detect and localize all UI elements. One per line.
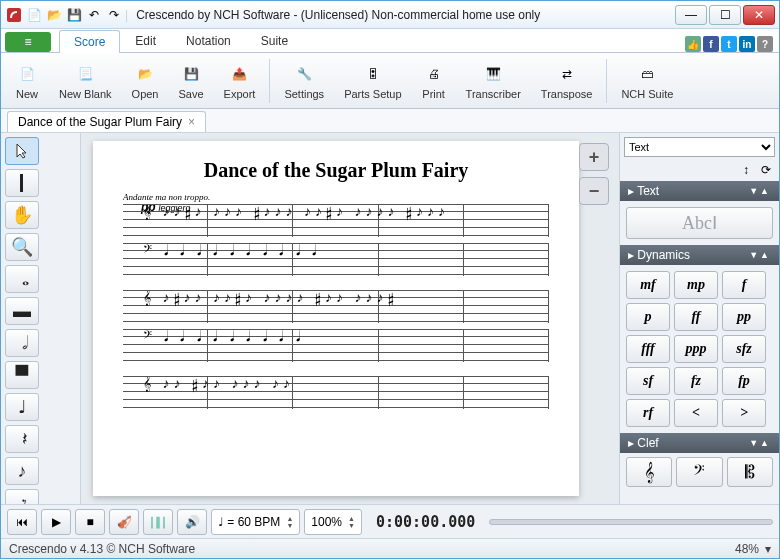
- text-tool-button[interactable]: AbcⅠ: [626, 207, 773, 239]
- dynamic-mp-button[interactable]: mp: [674, 271, 718, 299]
- canvas-zoom-controls: + −: [579, 143, 609, 205]
- dynamic-f-button[interactable]: f: [722, 271, 766, 299]
- half-rest-tool[interactable]: ▀: [5, 361, 39, 389]
- dynamic-decresc-button[interactable]: >: [722, 399, 766, 427]
- hand-tool[interactable]: ✋: [5, 201, 39, 229]
- tempo-field[interactable]: ♩ = 60 BPM ▲▼: [211, 509, 300, 535]
- print-button[interactable]: 🖨Print: [412, 56, 456, 106]
- qat-new-icon[interactable]: 📄: [25, 6, 43, 24]
- dynamic-mf-button[interactable]: mf: [626, 271, 670, 299]
- dynamic-p-button[interactable]: p: [626, 303, 670, 331]
- quarter-note-tool[interactable]: ♩: [5, 393, 39, 421]
- treble-clef-button[interactable]: 𝄞: [626, 457, 672, 487]
- system-1: pp leggiero 𝄞 ♪♪♯♪ ♪♪♪ ♯♪♪♪ ♪♪♯♪ ♪♪♪♪ ♯♪…: [123, 204, 549, 276]
- title-bar: 📄 📂 💾 ↶ ↷ | Crescendo by NCH Software - …: [1, 1, 779, 29]
- zoom-tool[interactable]: 🔍: [5, 233, 39, 261]
- document-tab[interactable]: Dance of the Sugar Plum Fairy ×: [7, 111, 206, 132]
- panel-pin-icon[interactable]: ↕: [737, 161, 755, 179]
- social-links: 👍 f t in ?: [685, 36, 779, 52]
- new-button[interactable]: 📄New: [5, 56, 49, 106]
- open-button[interactable]: 📂Open: [122, 56, 169, 106]
- barline-tool[interactable]: [5, 169, 39, 197]
- dynamic-sf-button[interactable]: sf: [626, 367, 670, 395]
- zoom-down-icon[interactable]: ▼: [348, 522, 355, 529]
- ribbon-toolbar: 📄New 📃New Blank 📂Open 💾Save 📤Export 🔧Set…: [1, 53, 779, 109]
- panel-refresh-icon[interactable]: ⟳: [757, 161, 775, 179]
- dynamic-ppp-button[interactable]: ppp: [674, 335, 718, 363]
- new-blank-button[interactable]: 📃New Blank: [49, 56, 122, 106]
- instruments-button[interactable]: 🎻: [109, 509, 139, 535]
- twitter-icon[interactable]: t: [721, 36, 737, 52]
- audio-button[interactable]: 🔊: [177, 509, 207, 535]
- eighth-note-tool[interactable]: ♪: [5, 457, 39, 485]
- dynamic-sfz-button[interactable]: sfz: [722, 335, 766, 363]
- nch-suite-button[interactable]: 🗃NCH Suite: [611, 56, 683, 106]
- dynamic-rf-button[interactable]: rf: [626, 399, 670, 427]
- settings-icon: 🔧: [292, 62, 316, 86]
- bass-clef-button[interactable]: 𝄢: [676, 457, 722, 487]
- like-icon[interactable]: 👍: [685, 36, 701, 52]
- help-icon[interactable]: ?: [757, 36, 773, 52]
- tool-palette: ✋ 🔍 𝅝 ▬ 𝅗𝅥 ▀ ♩ 𝄽 ♪ 𝄾 ♬ 𝄿 𝅘𝅥𝅰 𝅀 𝅘𝅥𝅱 𝅁 ♩ ▾: [1, 133, 81, 504]
- minimize-button[interactable]: —: [675, 5, 707, 25]
- dynamic-fp-button[interactable]: fp: [722, 367, 766, 395]
- zoom-in-button[interactable]: +: [579, 143, 609, 171]
- tempo-down-icon[interactable]: ▼: [286, 522, 293, 529]
- export-button[interactable]: 📤Export: [214, 56, 266, 106]
- qat-undo-icon[interactable]: ↶: [85, 6, 103, 24]
- panel-category-select[interactable]: Text: [624, 137, 775, 157]
- maximize-button[interactable]: ☐: [709, 5, 741, 25]
- dynamic-pp-button[interactable]: pp: [722, 303, 766, 331]
- whole-note-tool[interactable]: 𝅝: [5, 265, 39, 293]
- linkedin-icon[interactable]: in: [739, 36, 755, 52]
- parts-setup-button[interactable]: 🎛Parts Setup: [334, 56, 411, 106]
- document-tab-bar: Dance of the Sugar Plum Fairy ×: [1, 109, 779, 133]
- dynamics-section-header[interactable]: ▸ Dynamics▼▲: [620, 245, 779, 265]
- tab-score[interactable]: Score: [59, 30, 120, 53]
- save-button[interactable]: 💾Save: [169, 56, 214, 106]
- qat-redo-icon[interactable]: ↷: [105, 6, 123, 24]
- status-version: Crescendo v 4.13 © NCH Software: [9, 542, 195, 556]
- document-tab-close-icon[interactable]: ×: [188, 115, 195, 129]
- alto-clef-button[interactable]: 𝄡: [727, 457, 773, 487]
- app-icon[interactable]: [5, 6, 23, 24]
- qat-open-icon[interactable]: 📂: [45, 6, 63, 24]
- text-section-header[interactable]: ▸ Text▼▲: [620, 181, 779, 201]
- clef-section-header[interactable]: ▸ Clef▼▲: [620, 433, 779, 453]
- app-menu-button[interactable]: ≡: [5, 32, 51, 52]
- pointer-tool[interactable]: [5, 137, 39, 165]
- clef-section-body: 𝄞 𝄢 𝄡: [620, 453, 779, 491]
- rewind-button[interactable]: ⏮: [7, 509, 37, 535]
- export-icon: 📤: [227, 62, 251, 86]
- stop-button[interactable]: ■: [75, 509, 105, 535]
- metronome-button[interactable]: ∣∥∣: [143, 509, 173, 535]
- print-icon: 🖨: [422, 62, 446, 86]
- dynamic-fz-button[interactable]: fz: [674, 367, 718, 395]
- transcriber-button[interactable]: 🎹Transcriber: [456, 56, 531, 106]
- play-button[interactable]: ▶: [41, 509, 71, 535]
- quarter-rest-tool[interactable]: 𝄽: [5, 425, 39, 453]
- whole-rest-tool[interactable]: ▬: [5, 297, 39, 325]
- close-button[interactable]: ✕: [743, 5, 775, 25]
- zoom-out-button[interactable]: −: [579, 177, 609, 205]
- qat-save-icon[interactable]: 💾: [65, 6, 83, 24]
- new-blank-icon: 📃: [73, 62, 97, 86]
- tab-edit[interactable]: Edit: [120, 29, 171, 52]
- tempo-up-icon[interactable]: ▲: [286, 515, 293, 522]
- dynamic-cresc-button[interactable]: <: [674, 399, 718, 427]
- zoom-up-icon[interactable]: ▲: [348, 515, 355, 522]
- playback-bar: ⏮ ▶ ■ 🎻 ∣∥∣ 🔊 ♩ = 60 BPM ▲▼ 100% ▲▼ 0:00…: [1, 504, 779, 538]
- tab-suite[interactable]: Suite: [246, 29, 303, 52]
- zoom-field[interactable]: 100% ▲▼: [304, 509, 362, 535]
- half-note-tool[interactable]: 𝅗𝅥: [5, 329, 39, 357]
- settings-button[interactable]: 🔧Settings: [274, 56, 334, 106]
- tab-notation[interactable]: Notation: [171, 29, 246, 52]
- facebook-icon[interactable]: f: [703, 36, 719, 52]
- status-zoom-dropdown-icon[interactable]: ▾: [765, 542, 771, 556]
- dynamic-ff-button[interactable]: ff: [674, 303, 718, 331]
- transpose-button[interactable]: ⇄Transpose: [531, 56, 603, 106]
- dynamic-fff-button[interactable]: fff: [626, 335, 670, 363]
- status-bar: Crescendo v 4.13 © NCH Software 48% ▾: [1, 538, 779, 558]
- score-page[interactable]: Dance of the Sugar Plum Fairy Andante ma…: [93, 141, 579, 496]
- playback-progress[interactable]: [489, 519, 773, 525]
